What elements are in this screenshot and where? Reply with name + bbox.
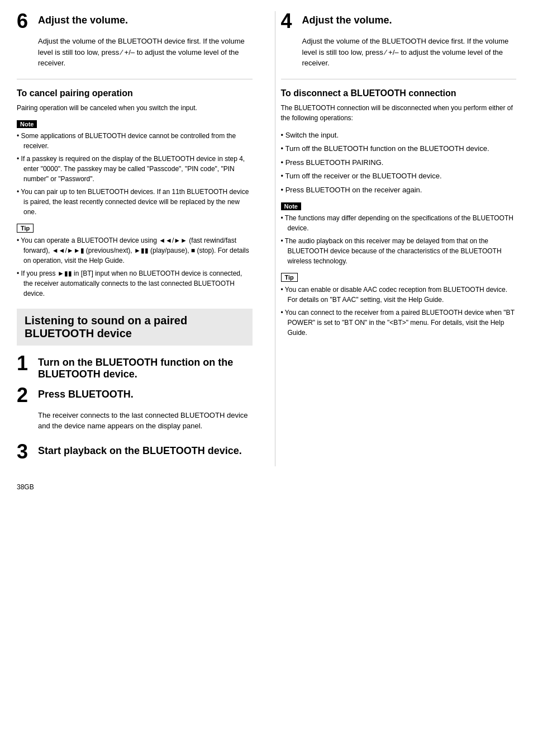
listening-heading: Listening to sound on a paired BLUETOOTH… [25,314,245,340]
list-item: Press BLUETOOTH on the receiver again. [281,185,517,196]
disconnect-heading: To disconnect a BLUETOOTH connection [281,88,517,98]
step4-body: Adjust the volume of the BLUETOOTH devic… [302,36,517,69]
tip-label-2: Tip [281,273,517,285]
step6-heading: 6 Adjust the volume. [17,11,253,31]
tip-label-1: Tip [17,224,253,235]
step2-title: Press BLUETOOTH. [38,385,134,401]
cancel-pairing-notes: Some applications of BLUETOOTH device ca… [17,131,253,217]
list-item: You can pair up to ten BLUETOOTH devices… [17,187,253,217]
step2-heading: 2 Press BLUETOOTH. [17,385,253,405]
divider-2 [281,79,517,79]
list-item: The audio playback on this receiver may … [281,236,517,266]
disconnect-notes: The functions may differ depending on th… [281,213,517,266]
list-item: If you press ►▮▮ in [BT] input when no B… [17,268,253,299]
step1-title: Turn on the BLUETOOTH function on the BL… [38,353,253,381]
cancel-pairing-heading: To cancel pairing operation [17,88,253,98]
step6-title: Adjust the volume. [38,11,128,27]
disconnect-intro: The BLUETOOTH connection will be disconn… [281,103,517,123]
step4-number: 4 [281,11,297,31]
step3-number: 3 [17,442,32,462]
list-item: You can connect to the receiver from a p… [281,308,517,338]
step3-heading: 3 Start playback on the BLUETOOTH device… [17,442,253,462]
divider-1 [17,79,253,79]
note-label-2: Note [281,202,517,213]
step2-number: 2 [17,385,32,405]
list-item: Turn off the receiver or the BLUETOOTH d… [281,171,517,182]
step2-body: The receiver connects to the last connec… [38,410,253,432]
page-number: 38 [17,483,24,491]
disconnect-tips: You can enable or disable AAC codec rece… [281,285,517,338]
step4-heading: 4 Adjust the volume. [281,11,517,31]
step4-title: Adjust the volume. [302,11,392,27]
list-item: The functions may differ depending on th… [281,213,517,233]
step3-title: Start playback on the BLUETOOTH device. [38,442,242,457]
step1-heading: 1 Turn on the BLUETOOTH function on the … [17,353,253,381]
list-item: If a passkey is required on the display … [17,154,253,184]
left-column: 6 Adjust the volume. Adjust the volume o… [17,11,258,466]
note-label-1: Note [17,120,253,131]
step1-number: 1 [17,353,32,374]
list-item: Turn off the BLUETOOTH function on the B… [281,143,517,154]
step6-number: 6 [17,11,32,31]
right-column: 4 Adjust the volume. Adjust the volume o… [275,11,517,466]
cancel-pairing-tips: You can operate a BLUETOOTH device using… [17,235,253,299]
step6-body: Adjust the volume of the BLUETOOTH devic… [38,36,253,69]
list-item: Some applications of BLUETOOTH device ca… [17,131,253,151]
list-item: Press BLUETOOTH PAIRING. [281,157,517,168]
list-item: You can operate a BLUETOOTH device using… [17,235,253,266]
list-item: You can enable or disable AAC codec rece… [281,285,517,305]
list-item: Switch the input. [281,130,517,141]
disconnect-list: Switch the input. Turn off the BLUETOOTH… [281,130,517,196]
page-footer: 38GB [17,483,516,491]
page-suffix: GB [24,483,34,491]
listening-section: Listening to sound on a paired BLUETOOTH… [17,309,253,346]
cancel-pairing-intro: Pairing operation will be canceled when … [17,103,253,113]
